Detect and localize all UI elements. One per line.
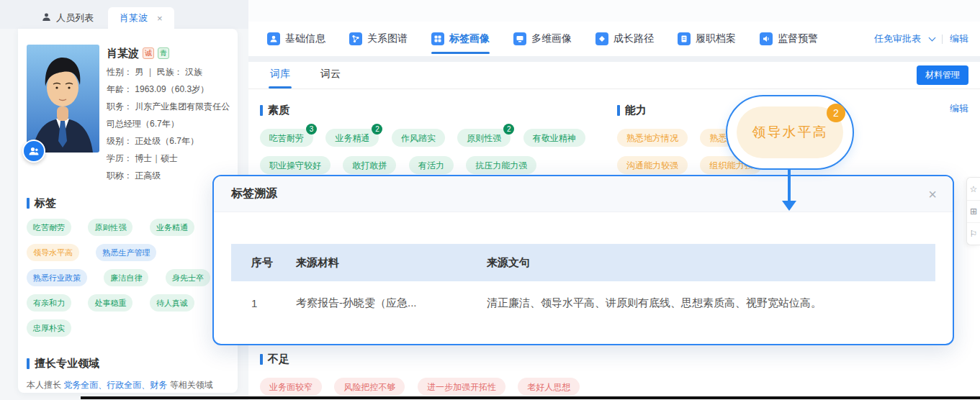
table-row[interactable]: 1 考察报告-孙晓雯（应急... 清正廉洁、领导水平高、讲原则有底线、思想素质高… [231, 281, 935, 324]
tag-chip[interactable]: 熟悉行业政策 [27, 269, 87, 286]
person-icon [42, 12, 51, 24]
tags-section-title: 标签 [27, 196, 230, 210]
expertise-description: 本人擅长 党务全面、行政全面、财务 等相关领域 [27, 379, 230, 391]
tag-chip[interactable]: 原则性强 [88, 219, 132, 236]
document-icon [678, 32, 691, 45]
tab-person[interactable]: 肖某波 × [108, 7, 174, 29]
weakness-section: 不足 业务面较窄 风险把控不够 进一步加强开拓性 老好人思想 [260, 353, 908, 400]
profile-gender: 性别： 男 ｜ 民族： 汉族 [107, 63, 230, 81]
close-icon[interactable]: × [928, 187, 937, 201]
title-bar-decoration [27, 198, 30, 209]
chevron-down-icon [929, 34, 936, 41]
tag-chip[interactable]: 进一步加强开拓性 [418, 378, 505, 396]
grid-icon [431, 32, 444, 45]
tag-chip[interactable]: 沟通能力较强 [617, 156, 688, 174]
tag-chip[interactable]: 身先士卒 [166, 269, 210, 286]
tag-tooltip-bubble: 领导水平高 2 [726, 95, 854, 170]
nav-tab-multi-portrait[interactable]: 多维画像 [513, 22, 572, 56]
title-bar-decoration [617, 105, 620, 116]
tag-chip[interactable]: 有活力 [409, 156, 454, 174]
org-icon[interactable]: ⊞ [967, 200, 980, 222]
cell-sentence: 清正廉洁、领导水平高、讲原则有底线、思想素质高、视野宽站位高。 [487, 296, 935, 310]
expertise-highlight: 党务全面、行政全面、财务 [63, 380, 167, 390]
nav-tab-basic-info[interactable]: 基础信息 [267, 22, 325, 56]
diamond-icon [595, 32, 608, 45]
tab-person-label: 肖某波 [120, 12, 148, 24]
tag-chip[interactable]: 业务精通2 [325, 129, 379, 147]
contact-avatar-icon[interactable] [22, 140, 45, 163]
star-icon[interactable]: ☆ [967, 178, 980, 200]
tag-chip[interactable]: 抗压力能力强 [466, 156, 536, 174]
tag-chip[interactable]: 熟悉生产管理 [96, 244, 156, 261]
pin-icon[interactable]: ⚐ [967, 222, 980, 245]
divider [942, 35, 943, 44]
col-header-no: 序号 [231, 256, 296, 270]
tab-people-list-label: 人员列表 [56, 12, 94, 24]
graph-icon [349, 32, 362, 45]
count-badge: 2 [372, 124, 382, 135]
tag-chip[interactable]: 风险把控不够 [334, 378, 405, 396]
weakness-title: 不足 [268, 353, 289, 366]
subtab-word-cloud[interactable]: 词云 [320, 68, 341, 88]
profile-photo-row: 肖某波 诚 青 性别： 男 ｜ 民族： 汉族 年龄： 1963.09（60.3岁… [27, 45, 230, 184]
appointment-form-dropdown[interactable]: 任免审批表 [874, 32, 921, 45]
speaker-icon [760, 32, 773, 45]
profile-job: 职务： 川东产业集团有限责任公司总经理（6.7年） [107, 98, 230, 132]
tag-chip[interactable]: 敢打敢拼 [343, 156, 396, 174]
tag-chip[interactable]: 领导水平高 [27, 244, 79, 261]
tooltip-arrow-line [788, 170, 791, 201]
ability-title: 能力 [625, 104, 647, 117]
tag-chip[interactable]: 处事稳重 [88, 294, 132, 312]
tag-chip[interactable]: 有亲和力 [27, 294, 71, 312]
tooltip-arrow-icon [782, 201, 796, 211]
modal-body: 序号 来源材料 来源文句 1 考察报告-孙晓雯（应急... 清正廉洁、领导水平高… [214, 212, 953, 324]
cell-source: 考察报告-孙晓雯（应急... [296, 296, 487, 310]
nav-tab-duty-archive[interactable]: 履职档案 [678, 22, 736, 56]
tag-source-modal: 标签溯源 × 序号 来源材料 来源文句 1 考察报告-孙晓雯（应急... 清正廉… [212, 175, 954, 345]
tag-chip[interactable]: 原则性强2 [457, 129, 511, 147]
tag-chip[interactable]: 业务精通 [150, 219, 194, 236]
nav-tab-tag-portrait[interactable]: 标签画像 [431, 22, 490, 56]
bottom-divider-line [81, 396, 980, 399]
expertise-section-title: 擅长专业领域 [27, 357, 230, 371]
tag-chip[interactable]: 待人真诚 [150, 294, 194, 312]
side-toolbar: ☆ ⊞ ⚐ [966, 177, 980, 245]
tag-chip[interactable]: 业务面较窄 [260, 378, 322, 396]
monitor-icon [513, 32, 526, 45]
tag-chip[interactable]: 职业操守较好 [260, 156, 331, 174]
tab-people-list[interactable]: 人员列表 [30, 7, 105, 29]
count-badge: 2 [503, 124, 514, 135]
tag-chip[interactable]: 廉洁自律 [104, 269, 148, 286]
tag-chip[interactable]: 吃苦耐劳 [27, 219, 71, 236]
tag-chip[interactable]: 熟悉地方情况 [617, 129, 688, 147]
nav-tab-growth-path[interactable]: 成长路径 [595, 22, 654, 56]
tags-card-chips: 吃苦耐劳 原则性强 业务精通 领导水平高 熟悉生产管理 熟悉行业政策 廉洁自律 … [27, 219, 230, 345]
title-bar-decoration [27, 358, 30, 369]
tag-chip[interactable]: 吃苦耐劳3 [260, 129, 313, 147]
nav-tab-relation-graph[interactable]: 关系图谱 [349, 22, 408, 56]
tab-close-icon[interactable]: × [157, 13, 163, 24]
title-bar-decoration [260, 105, 263, 116]
col-header-sentence: 来源文句 [487, 256, 935, 270]
subtab-row: 词库 词云 材料管理 [248, 62, 980, 89]
material-management-button[interactable]: 材料管理 [917, 65, 968, 85]
edit-link[interactable]: 编辑 [950, 32, 968, 45]
honor-badge-green: 青 [158, 47, 169, 59]
tag-chip[interactable]: 有敬业精神 [523, 129, 585, 147]
person-name: 肖某波 [107, 45, 139, 62]
tag-chip[interactable]: 老好人思想 [518, 378, 580, 396]
modal-header: 标签溯源 × [214, 176, 953, 212]
table-header-row: 序号 来源材料 来源文句 [231, 244, 935, 281]
nav-tab-supervision-alert[interactable]: 监督预警 [760, 22, 818, 56]
subtab-word-library[interactable]: 词库 [270, 68, 290, 88]
section-nav: 基础信息 关系图谱 标签画像 多维画像 成长路径 履职档案 [248, 22, 980, 56]
count-badge: 3 [306, 124, 317, 135]
profile-education: 学历： 博士｜硕士 [107, 150, 230, 167]
profile-info: 肖某波 诚 青 性别： 男 ｜ 民族： 汉族 年龄： 1963.09（60.3岁… [107, 45, 230, 184]
user-icon [267, 32, 280, 45]
tag-chip[interactable]: 忠厚朴实 [27, 319, 71, 337]
cell-no: 1 [231, 297, 296, 309]
portrait-photo [27, 45, 99, 153]
tag-chip[interactable]: 作风踏实 [392, 129, 445, 147]
tooltip-count-badge: 2 [827, 104, 845, 122]
